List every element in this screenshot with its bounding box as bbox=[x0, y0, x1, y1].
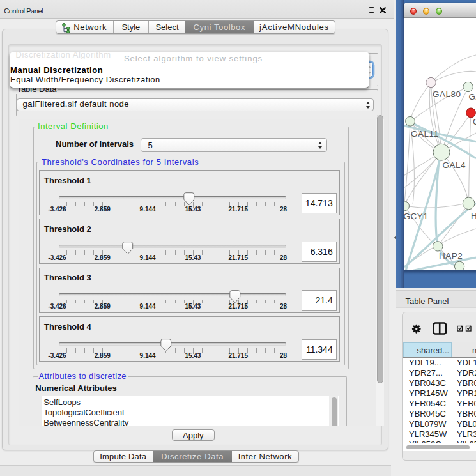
svg-text:CA: CA bbox=[473, 117, 476, 127]
svg-text:GAL80: GAL80 bbox=[433, 89, 461, 98]
svg-text:HAP2: HAP2 bbox=[439, 250, 463, 260]
svg-text:GAL4: GAL4 bbox=[443, 160, 466, 169]
svg-text:GA: GA bbox=[469, 91, 476, 101]
svg-text:GCY1: GCY1 bbox=[404, 211, 428, 221]
svg-text:HI: HI bbox=[471, 210, 476, 220]
svg-text:GAL11: GAL11 bbox=[411, 128, 439, 138]
